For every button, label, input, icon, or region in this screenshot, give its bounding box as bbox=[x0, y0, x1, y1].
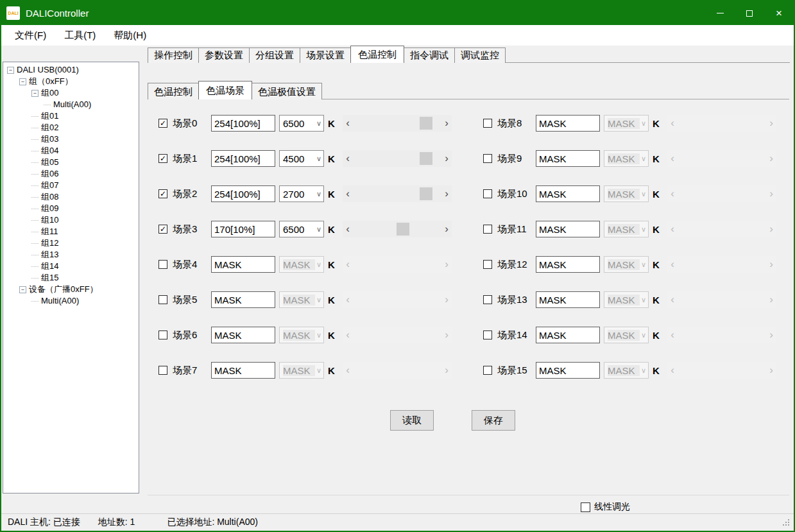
subtab-色温场景[interactable]: 色温场景 bbox=[198, 81, 252, 99]
scene-checkbox[interactable] bbox=[483, 260, 492, 269]
scrollbar-track[interactable] bbox=[353, 115, 441, 132]
close-button[interactable]: × bbox=[764, 1, 794, 25]
tree-item[interactable]: 组08 bbox=[3, 191, 139, 203]
scene-brightness-input[interactable] bbox=[211, 327, 275, 343]
scene-colortemp-dropdown[interactable]: MASK∨ bbox=[604, 150, 649, 167]
tree-item[interactable]: 组06 bbox=[3, 168, 139, 180]
scene-checkbox[interactable] bbox=[483, 154, 492, 163]
scene-colortemp-dropdown[interactable]: MASK∨ bbox=[604, 291, 649, 308]
tab-操作控制[interactable]: 操作控制 bbox=[148, 47, 199, 63]
scene-checkbox[interactable]: ✓ bbox=[158, 119, 167, 128]
scene-checkbox[interactable] bbox=[158, 330, 167, 339]
scene-colortemp-dropdown[interactable]: MASK∨ bbox=[279, 291, 324, 308]
tab-分组设置[interactable]: 分组设置 bbox=[249, 47, 300, 63]
scrollbar-left-arrow-icon[interactable]: ‹ bbox=[343, 185, 353, 202]
tree-item[interactable]: 组07 bbox=[3, 180, 139, 191]
scene-checkbox[interactable] bbox=[483, 295, 492, 304]
scene-colortemp-dropdown[interactable]: MASK∨ bbox=[604, 327, 649, 343]
minimize-button[interactable] bbox=[705, 1, 735, 25]
scrollbar-left-arrow-icon[interactable]: ‹ bbox=[343, 115, 353, 132]
save-button[interactable]: 保存 bbox=[472, 410, 515, 431]
scene-colortemp-dropdown[interactable]: 2700∨ bbox=[279, 185, 324, 202]
tab-参数设置[interactable]: 参数设置 bbox=[198, 47, 250, 63]
scene-colortemp-dropdown[interactable]: 4500∨ bbox=[279, 150, 324, 167]
scene-brightness-input[interactable] bbox=[536, 115, 600, 132]
scene-checkbox[interactable] bbox=[158, 295, 167, 304]
scrollbar-right-arrow-icon[interactable]: › bbox=[441, 221, 452, 237]
scrollbar-right-arrow-icon[interactable]: › bbox=[441, 185, 452, 202]
scene-colortemp-dropdown[interactable]: MASK∨ bbox=[604, 115, 649, 132]
menu-item-帮助(H)[interactable]: 帮助(H) bbox=[105, 25, 155, 46]
scene-checkbox[interactable] bbox=[483, 330, 492, 339]
menu-item-工具(T)[interactable]: 工具(T) bbox=[55, 25, 105, 46]
scene-colortemp-dropdown[interactable]: MASK∨ bbox=[604, 185, 649, 202]
tree-item[interactable]: 组05 bbox=[3, 157, 139, 168]
tree-item[interactable]: Multi(A00) bbox=[3, 99, 139, 110]
scene-checkbox[interactable]: ✓ bbox=[158, 154, 167, 163]
scene-temp-scrollbar[interactable]: ‹› bbox=[343, 185, 452, 202]
scrollbar-track[interactable] bbox=[353, 150, 441, 167]
tree-collapse-icon[interactable]: − bbox=[19, 78, 26, 85]
scene-brightness-input[interactable] bbox=[536, 291, 600, 308]
scene-colortemp-dropdown[interactable]: 6500∨ bbox=[279, 221, 324, 237]
scrollbar-track[interactable] bbox=[353, 221, 441, 237]
scrollbar-thumb[interactable] bbox=[420, 152, 432, 165]
maximize-button[interactable] bbox=[735, 1, 764, 25]
subtab-色温控制[interactable]: 色温控制 bbox=[148, 83, 199, 99]
tree-item[interactable]: 组02 bbox=[3, 122, 139, 133]
tree-item[interactable]: −组（0xFF） bbox=[3, 76, 139, 87]
tree-item[interactable]: 组12 bbox=[3, 237, 139, 249]
scene-checkbox[interactable] bbox=[483, 366, 492, 375]
read-button[interactable]: 读取 bbox=[390, 410, 434, 431]
tree-item[interactable]: 组09 bbox=[3, 203, 139, 214]
tree-item[interactable]: 组15 bbox=[3, 272, 139, 284]
scene-brightness-input[interactable] bbox=[211, 256, 275, 273]
tree-item[interactable]: −组00 bbox=[3, 87, 139, 99]
scrollbar-thumb[interactable] bbox=[397, 223, 409, 236]
scrollbar-right-arrow-icon[interactable]: › bbox=[441, 115, 452, 132]
tree-item[interactable]: 组03 bbox=[3, 133, 139, 145]
scene-checkbox[interactable]: ✓ bbox=[158, 225, 167, 234]
scene-brightness-input[interactable] bbox=[211, 291, 275, 308]
scene-brightness-input[interactable] bbox=[536, 256, 600, 273]
tree-item[interactable]: 组04 bbox=[3, 145, 139, 157]
scene-checkbox[interactable]: ✓ bbox=[158, 189, 167, 198]
scene-colortemp-dropdown[interactable]: MASK∨ bbox=[279, 362, 324, 379]
scene-colortemp-dropdown[interactable]: MASK∨ bbox=[279, 327, 324, 343]
scrollbar-thumb[interactable] bbox=[420, 187, 432, 200]
scene-brightness-input[interactable] bbox=[211, 221, 275, 237]
tree-item[interactable]: −DALI USB(0001) bbox=[3, 64, 139, 76]
tree-item[interactable]: 组01 bbox=[3, 110, 139, 122]
scrollbar-left-arrow-icon[interactable]: ‹ bbox=[343, 221, 353, 237]
scene-colortemp-dropdown[interactable]: 6500∨ bbox=[279, 115, 324, 132]
scene-temp-scrollbar[interactable]: ‹› bbox=[343, 221, 452, 237]
scene-checkbox[interactable] bbox=[483, 189, 492, 198]
scrollbar-thumb[interactable] bbox=[420, 117, 432, 130]
scrollbar-left-arrow-icon[interactable]: ‹ bbox=[343, 150, 353, 167]
subtab-色温极值设置[interactable]: 色温极值设置 bbox=[252, 83, 322, 99]
scene-brightness-input[interactable] bbox=[536, 362, 600, 379]
scene-colortemp-dropdown[interactable]: MASK∨ bbox=[604, 221, 649, 237]
tree-item[interactable]: Multi(A00) bbox=[3, 295, 139, 307]
tab-调试监控[interactable]: 调试监控 bbox=[454, 47, 506, 63]
tree-item[interactable]: 组10 bbox=[3, 214, 139, 226]
scene-checkbox[interactable] bbox=[158, 366, 167, 375]
linear-dimming-checkbox[interactable] bbox=[581, 502, 590, 512]
scene-temp-scrollbar[interactable]: ‹› bbox=[343, 115, 452, 132]
tree-item[interactable]: 组14 bbox=[3, 261, 139, 272]
scene-brightness-input[interactable] bbox=[211, 362, 275, 379]
scene-checkbox[interactable] bbox=[483, 225, 492, 234]
tab-场景设置[interactable]: 场景设置 bbox=[300, 47, 351, 63]
tab-指令调试[interactable]: 指令调试 bbox=[404, 47, 455, 63]
tree-item[interactable]: 组13 bbox=[3, 249, 139, 261]
tree-item[interactable]: −设备（广播0xFF） bbox=[3, 284, 139, 295]
menu-item-文件(F)[interactable]: 文件(F) bbox=[6, 25, 55, 46]
tab-色温控制[interactable]: 色温控制 bbox=[350, 46, 404, 63]
scrollbar-track[interactable] bbox=[353, 185, 441, 202]
tree-collapse-icon[interactable]: − bbox=[31, 90, 38, 97]
linear-dimming-option[interactable]: 线性调光 bbox=[581, 501, 630, 513]
tree-collapse-icon[interactable]: − bbox=[19, 286, 26, 293]
scene-brightness-input[interactable] bbox=[211, 115, 275, 132]
scene-brightness-input[interactable] bbox=[211, 185, 275, 202]
tree-collapse-icon[interactable]: − bbox=[7, 67, 14, 74]
